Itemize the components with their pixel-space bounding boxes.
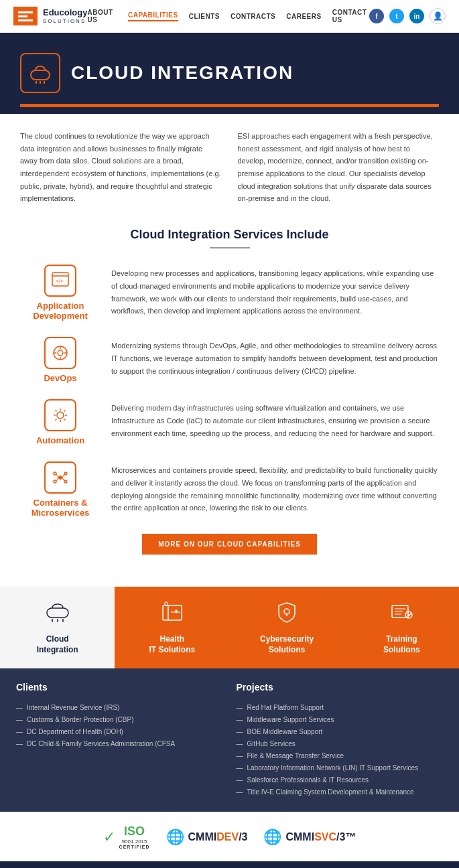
hero-bar (20, 104, 439, 107)
logo-box (13, 7, 38, 25)
cloud-card-icon (44, 600, 71, 629)
logo-sub: SOLUTIONS (43, 18, 87, 24)
list-item: Title IV-E Claiming System Development &… (237, 786, 444, 798)
hero-section: CLOUD INTEGRATION (0, 33, 459, 114)
card-cyber-label: CybersecuritySolutions (260, 634, 314, 655)
services-divider (210, 247, 250, 248)
main-nav: ABOUT US CAPABILITIES CLIENTS CONTRACTS … (87, 9, 369, 23)
list-item: DC Department of Health (DOH) (16, 726, 223, 738)
app-dev-icon: </> (44, 265, 76, 297)
svg-point-18 (64, 480, 67, 483)
svg-point-8 (58, 350, 63, 356)
service-app-dev: </> ApplicationDevelopment Developing ne… (20, 265, 439, 321)
list-item: Salesforce Professionals & IT Resources (237, 774, 444, 786)
svg-line-21 (56, 478, 58, 481)
list-item: BOE Middleware Support (237, 726, 444, 738)
service-devops: DevOps Modernizing systems through DevOp… (20, 337, 439, 383)
iso-label: ISO (124, 824, 145, 839)
list-item: Internal Revenue Service (IRS) (16, 702, 223, 714)
list-item: GitHub Services (237, 738, 444, 750)
intro-left: The cloud continues to revolutionize the… (20, 130, 222, 205)
cmmi-svc-label: CMMISVC/3™ (285, 831, 356, 843)
card-health-label: HealthIT Solutions (149, 634, 196, 655)
svg-text:</>: </> (56, 278, 64, 284)
containers-text: Microservices and containers provide spe… (111, 461, 439, 514)
card-training[interactable]: TrainingSolutions (344, 587, 459, 668)
nav-about[interactable]: ABOUT US (87, 9, 117, 23)
user-icon[interactable]: 👤 (430, 8, 446, 24)
card-health[interactable]: HealthIT Solutions (115, 587, 229, 668)
cta-wrap: MORE ON OUR CLOUD CAPABILITIES (20, 534, 439, 555)
svg-rect-23 (47, 608, 68, 618)
intro-section: The cloud continues to revolutionize the… (0, 114, 459, 221)
svg-line-40 (409, 613, 411, 616)
containers-icon (44, 461, 76, 494)
logo: Educology SOLUTIONS (13, 7, 87, 25)
clients-title: Clients (16, 682, 223, 693)
service-automation: Automation Delivering modern day infrast… (20, 399, 439, 445)
iso-numbers: 9001 2015 (122, 839, 147, 845)
list-item: Laboratory Information Network (LIN) IT … (237, 762, 444, 774)
containers-label: Containers &Microservices (31, 498, 90, 518)
cyber-card-icon (275, 600, 299, 629)
facebook-icon[interactable]: f (369, 9, 384, 23)
list-item: File & Message Transfer Service (237, 750, 444, 762)
linkedin-icon[interactable]: in (409, 9, 424, 23)
devops-label: DevOps (44, 373, 76, 383)
nav-clients[interactable]: CLIENTS (189, 13, 220, 20)
svg-point-17 (54, 480, 56, 483)
cert-iso: ✓ ISO 9001 2015 CERTIFIED (103, 824, 150, 849)
certifications: ✓ ISO 9001 2015 CERTIFIED 🌐 CMMIDEV/3 🌐 … (0, 812, 459, 861)
cmmi-dev-label: CMMIDEV/3 (188, 831, 248, 843)
nav-capabilities[interactable]: CAPABILITIES (128, 11, 178, 21)
card-training-label: TrainingSolutions (383, 634, 420, 655)
page-title: CLOUD INTEGRATION (71, 62, 293, 84)
devops-icon (44, 337, 76, 369)
services-title: Cloud Integration Services Include (20, 228, 439, 242)
list-item: Middleware Support Services (237, 714, 444, 726)
capability-cards: CloudIntegration HealthIT Solutions Cybe… (0, 587, 459, 668)
footer-nav: ABOUT US CAPABILITIES CLIENTS CONTRACTS … (0, 861, 459, 868)
clients-list: Internal Revenue Service (IRS) Customs &… (16, 702, 223, 750)
clients-projects-section: Clients Internal Revenue Service (IRS) C… (0, 668, 459, 812)
checkmark-icon: ✓ (103, 828, 115, 846)
svg-rect-0 (31, 70, 50, 80)
card-cyber[interactable]: CybersecuritySolutions (230, 587, 344, 668)
svg-point-32 (284, 609, 289, 614)
intro-right: ESI approaches each engagement with a fr… (238, 130, 440, 205)
automation-text: Delivering modern day infrastructures us… (111, 399, 439, 439)
hero-cloud-icon (20, 53, 60, 93)
svg-line-19 (56, 474, 58, 478)
svg-point-13 (57, 412, 64, 419)
nav-contracts[interactable]: CONTRACTS (231, 13, 275, 20)
automation-label: Automation (36, 435, 84, 445)
svg-point-16 (64, 472, 67, 475)
app-dev-text: Developing new processes and application… (111, 265, 439, 317)
svg-rect-27 (163, 605, 182, 620)
services-section: Cloud Integration Services Include </> A… (0, 221, 459, 587)
app-dev-label: ApplicationDevelopment (33, 301, 88, 321)
training-card-icon (389, 600, 413, 629)
card-cloud[interactable]: CloudIntegration (0, 587, 115, 668)
clients-section: Clients Internal Revenue Service (IRS) C… (16, 682, 223, 798)
globe-icon: 🌐 (166, 828, 184, 846)
globe-icon-2: 🌐 (263, 828, 281, 846)
projects-section: Projects Red Hat Platform Support Middle… (237, 682, 444, 798)
cert-cmmi-dev: 🌐 CMMIDEV/3 (166, 828, 248, 846)
card-cloud-label: CloudIntegration (37, 634, 78, 655)
svg-point-15 (54, 472, 56, 475)
svg-point-14 (58, 476, 62, 480)
logo-name: Educology (43, 8, 87, 17)
nav-contact[interactable]: CONTACT US (332, 9, 369, 23)
list-item: DC Child & Family Services Administratio… (16, 738, 223, 750)
cert-cmmi-svc: 🌐 CMMISVC/3™ (263, 828, 356, 846)
nav-careers[interactable]: CAREERS (286, 13, 321, 20)
iso-certified: CERTIFIED (119, 845, 150, 849)
twitter-icon[interactable]: t (389, 9, 404, 23)
header: Educology SOLUTIONS ABOUT US CAPABILITIE… (0, 0, 459, 33)
projects-list: Red Hat Platform Support Middleware Supp… (237, 702, 444, 798)
projects-title: Projects (237, 682, 444, 693)
automation-icon (44, 399, 76, 431)
cta-button[interactable]: MORE ON OUR CLOUD CAPABILITIES (142, 534, 317, 555)
list-item: Customs & Border Protection (CBP) (16, 714, 223, 726)
